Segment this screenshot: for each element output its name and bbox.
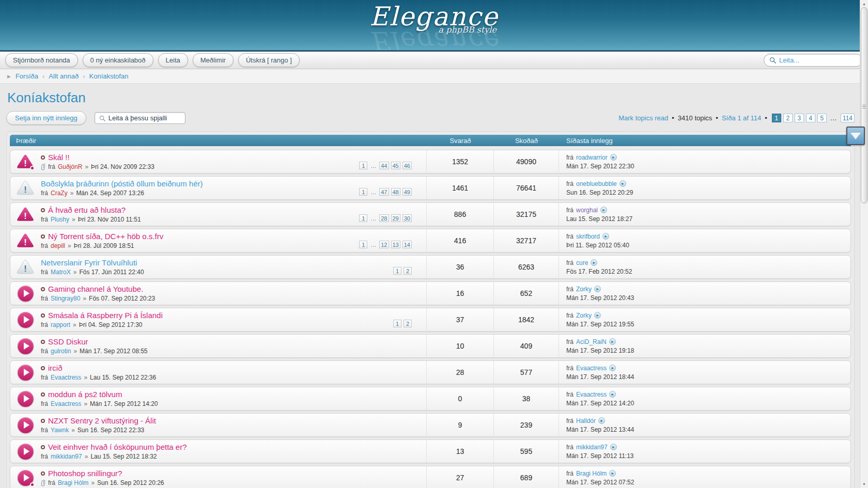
new-topic-button[interactable]: Setja inn nýtt innlegg [6, 111, 86, 125]
topic-page-49[interactable]: 49 [402, 188, 412, 196]
topic-page-1[interactable]: 1 [393, 267, 401, 275]
topic-author-link[interactable]: rapport [51, 321, 70, 328]
goto-last-post-icon[interactable]: ▸ [594, 286, 601, 292]
goto-last-post-icon[interactable]: ▸ [602, 233, 609, 240]
topic-page-45[interactable]: 45 [391, 162, 400, 169]
topic-author-link[interactable]: depill [51, 242, 65, 249]
from-label: frá [41, 400, 48, 407]
pagination-page-1[interactable]: 1 [772, 114, 781, 122]
goto-last-post-icon[interactable]: ▸ [609, 470, 616, 477]
topic-title-link[interactable]: moddun á ps2 tölvum [48, 390, 122, 399]
pagination-page-5[interactable]: 5 [817, 114, 827, 122]
topic-title-link[interactable]: SSD Diskur [48, 338, 88, 346]
topic-page-1[interactable]: 1 [359, 188, 367, 196]
topic-author-link[interactable]: CraZy [51, 190, 68, 197]
topic-page-1[interactable]: 1 [393, 320, 401, 327]
last-post-author-link[interactable]: mikkidan97 [576, 444, 608, 451]
goto-last-post-icon[interactable]: ▸ [609, 338, 616, 345]
last-post-author-link[interactable]: Evaactress [576, 365, 607, 372]
jump-to-bottom-button[interactable] [846, 127, 865, 145]
nav-button-leita[interactable]: Leita [158, 53, 188, 67]
topic-title-link[interactable]: Smásala á Raspberry Pi á Íslandi [48, 311, 163, 320]
topic-page-28[interactable]: 28 [379, 214, 389, 222]
topic-page-1[interactable]: 1 [359, 241, 367, 248]
topic-author-link[interactable]: mikkidan97 [51, 453, 82, 460]
topic-author-link[interactable]: GuðjónR [58, 163, 82, 170]
scrollbar[interactable]: ▲ ▼ [860, 0, 868, 488]
topic-title-link[interactable]: Netverslanir Fyrir Tölvuíhluti [41, 259, 137, 267]
topic-title-link[interactable]: Photoshop snillingur? [48, 469, 122, 478]
topic-page-44[interactable]: 44 [379, 162, 389, 169]
goto-last-post-icon[interactable]: ▸ [610, 154, 617, 161]
pagination-page-114[interactable]: 114 [841, 114, 855, 122]
topic-title-link[interactable]: Gaming channel á Youtube. [48, 285, 143, 293]
mark-topics-read-link[interactable]: Mark topics read [618, 114, 668, 122]
topic-author-link[interactable]: Plushy [51, 216, 69, 223]
topic-page-14[interactable]: 14 [402, 241, 412, 248]
topic-title-link[interactable]: Veit einhver hvað í ósköpunum þetta er? [48, 443, 187, 451]
last-post-author-link[interactable]: skrifbord [576, 233, 600, 240]
breadcrumb-link-forsíða[interactable]: Forsíða [16, 72, 38, 80]
breadcrumb-link-koníakstofan[interactable]: Koníakstofan [89, 72, 129, 80]
pagination-page-3[interactable]: 3 [795, 114, 804, 122]
topic-page-12[interactable]: 12 [379, 241, 389, 248]
topic-author-link[interactable]: MatroX [51, 269, 71, 276]
scroll-down-arrow-icon[interactable]: ▼ [860, 480, 868, 488]
nav-button-meðlimir[interactable]: Meðlimir [193, 53, 234, 67]
separator-dot: • [765, 114, 767, 122]
topic-pagination [297, 440, 426, 463]
scrollbar-thumb[interactable] [861, 7, 867, 203]
nav-button-útskrá-rango[interactable]: Útskrá [ rango ] [238, 53, 300, 67]
topic-author-link[interactable]: Yawnk [51, 427, 69, 434]
goto-last-post-icon[interactable]: ▸ [600, 207, 607, 213]
topic-date: Lau 15. Sep 2012 18:32 [90, 453, 157, 460]
last-post-author-link[interactable]: Bragi Hólm [576, 470, 607, 477]
topic-author-link[interactable]: Evaactress [51, 374, 81, 381]
last-post-author-link[interactable]: Evaactress [576, 391, 607, 398]
topic-page-30[interactable]: 30 [402, 214, 412, 222]
last-post-author-link[interactable]: Halldór [576, 417, 596, 424]
topic-author-link[interactable]: Stingray80 [51, 295, 80, 302]
topic-page-13[interactable]: 13 [391, 241, 400, 248]
last-post-author-link[interactable]: Zorky [576, 286, 592, 293]
quick-search-input[interactable] [779, 56, 868, 64]
goto-last-post-icon[interactable]: ▸ [594, 312, 601, 319]
topic-page-29[interactable]: 29 [391, 214, 400, 222]
topic-title-link[interactable]: ircið [48, 364, 63, 372]
topic-title-link[interactable]: Skál !! [48, 153, 70, 162]
goto-last-post-icon[interactable]: ▸ [609, 365, 616, 371]
forum-search-input[interactable] [109, 114, 181, 122]
goto-last-post-icon[interactable]: ▸ [591, 259, 597, 266]
last-post-author-link[interactable]: roadwarrior [576, 154, 608, 161]
nav-button-stjórnborð-notanda[interactable]: Stjórnborð notanda [5, 53, 78, 67]
last-post-author-link[interactable]: onebluebubble [576, 180, 617, 187]
goto-last-post-icon[interactable]: ▸ [609, 391, 616, 398]
goto-last-post-icon[interactable]: ▸ [598, 417, 605, 424]
topic-page-2[interactable]: 2 [404, 267, 412, 275]
topic-page-2[interactable]: 2 [404, 320, 412, 327]
pagination-page-4[interactable]: 4 [806, 114, 815, 122]
last-post-author-link[interactable]: Zorky [576, 312, 592, 319]
topic-page-1[interactable]: 1 [359, 214, 367, 222]
nav-button-0-ný-einkaskilaboð[interactable]: 0 ný einkaskilaboð [83, 53, 153, 67]
goto-last-post-icon[interactable]: ▸ [619, 180, 626, 187]
last-post-author-link[interactable]: worghal [576, 207, 598, 214]
breadcrumb-link-allt-annað[interactable]: Allt annað [49, 72, 79, 80]
topic-page-47[interactable]: 47 [379, 188, 389, 196]
topic-title-link[interactable]: Ný Torrent síða, DC++ höb o.s.frv [48, 232, 163, 241]
topic-title-link[interactable]: Á hvað ertu að hlusta? [48, 206, 126, 214]
pagination-page-2[interactable]: 2 [783, 114, 793, 122]
unread-indicator-icon [41, 340, 45, 344]
last-post-author-link[interactable]: cure [576, 259, 588, 266]
topic-page-1[interactable]: 1 [359, 162, 367, 169]
topic-author-link[interactable]: Evaactress [51, 400, 81, 407]
goto-last-post-icon[interactable]: ▸ [610, 444, 617, 450]
topic-page-46[interactable]: 46 [402, 162, 412, 169]
topic-title-link[interactable]: Boðslykla þráðurinn (póstið öllum beiðnu… [41, 180, 203, 188]
topic-author-link[interactable]: Bragi Hólm [58, 479, 88, 486]
last-post-author-link[interactable]: AciD_RaiN [576, 338, 607, 345]
topic-title-link[interactable]: NZXT Sentry 2 viftustýring - Álit [48, 417, 156, 425]
scroll-up-arrow-icon[interactable]: ▲ [860, 0, 868, 8]
topic-page-48[interactable]: 48 [391, 188, 400, 196]
topic-author-link[interactable]: gulrotin [51, 348, 71, 355]
